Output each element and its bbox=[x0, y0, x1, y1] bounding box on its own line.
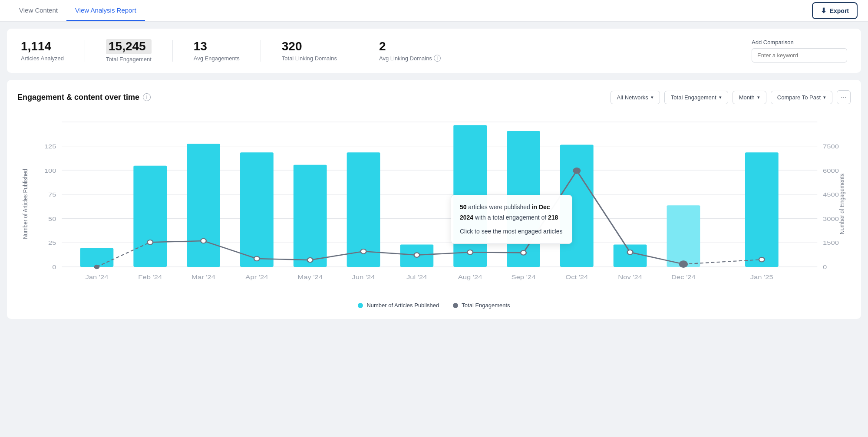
articles-analyzed-label: Articles Analyzed bbox=[21, 55, 64, 62]
top-navigation: View Content View Analysis Report ⬇ Expo… bbox=[0, 0, 868, 22]
chart-title: Engagement & content over time bbox=[17, 93, 139, 102]
bar-nov24[interactable] bbox=[614, 244, 647, 266]
metric-avg-engagements: 13 Avg Engagements bbox=[194, 40, 261, 62]
svg-text:Nov '24: Nov '24 bbox=[618, 274, 642, 280]
metric-articles-analyzed: 1,114 Articles Analyzed bbox=[21, 40, 85, 62]
metric-total-linking: 320 Total Linking Domains bbox=[282, 40, 358, 62]
chart-header: Engagement & content over time i All Net… bbox=[17, 90, 851, 104]
engagement-chevron-icon: ▾ bbox=[719, 95, 722, 100]
datapoint-jun24 bbox=[361, 249, 366, 254]
datapoint-jan25 bbox=[759, 257, 765, 262]
metric-divider-4 bbox=[358, 40, 358, 62]
bar-feb24[interactable] bbox=[133, 166, 167, 267]
bar-jan24[interactable] bbox=[80, 248, 114, 267]
metric-divider-1 bbox=[85, 40, 85, 62]
metric-total-engagement: 15,245 Total Engagement bbox=[106, 39, 172, 62]
svg-text:100: 100 bbox=[44, 167, 56, 174]
more-options-button[interactable]: ··· bbox=[837, 90, 851, 104]
nav-tabs: View Content View Analysis Report bbox=[10, 0, 145, 21]
keyword-input[interactable] bbox=[752, 48, 847, 62]
filter-month-button[interactable]: Month ▾ bbox=[733, 91, 766, 104]
datapoint-aug24 bbox=[467, 250, 473, 255]
bar-apr24[interactable] bbox=[240, 152, 274, 267]
datapoint-jul24 bbox=[414, 253, 419, 257]
legend-engagements-dot bbox=[453, 303, 458, 308]
datapoint-feb24 bbox=[147, 240, 153, 245]
svg-text:3000: 3000 bbox=[823, 215, 839, 222]
svg-text:Feb '24: Feb '24 bbox=[138, 274, 162, 280]
svg-text:4500: 4500 bbox=[823, 191, 839, 198]
svg-text:Oct '24: Oct '24 bbox=[565, 274, 588, 280]
add-comparison-section: Add Comparison bbox=[752, 39, 847, 62]
avg-engagements-value: 13 bbox=[194, 40, 240, 53]
chart-legend: Number of Articles Published Total Engag… bbox=[17, 302, 851, 309]
filter-networks-button[interactable]: All Networks ▾ bbox=[611, 91, 660, 104]
datapoint-may24 bbox=[307, 258, 313, 263]
svg-text:Sep '24: Sep '24 bbox=[512, 274, 536, 280]
bar-jan25[interactable] bbox=[745, 152, 779, 267]
filter-compare-button[interactable]: Compare To Past ▾ bbox=[771, 91, 832, 104]
bar-sep24[interactable] bbox=[507, 131, 540, 267]
total-engagement-value: 15,245 bbox=[106, 39, 152, 54]
svg-text:6000: 6000 bbox=[823, 167, 839, 174]
avg-linking-label: Avg Linking Domains i bbox=[379, 55, 441, 62]
total-linking-value: 320 bbox=[282, 40, 337, 53]
add-comparison-label: Add Comparison bbox=[752, 39, 847, 46]
datapoint-jan24 bbox=[94, 265, 100, 269]
svg-text:Dec '24: Dec '24 bbox=[671, 274, 696, 280]
svg-text:Aug '24: Aug '24 bbox=[458, 274, 482, 280]
bar-may24[interactable] bbox=[294, 165, 327, 267]
avg-linking-info-icon[interactable]: i bbox=[434, 55, 441, 62]
compare-chevron-icon: ▾ bbox=[823, 95, 826, 100]
datapoint-apr24 bbox=[254, 256, 260, 261]
bar-dec24[interactable] bbox=[667, 205, 700, 267]
bar-mar24[interactable] bbox=[187, 144, 220, 267]
svg-text:0: 0 bbox=[823, 264, 827, 270]
svg-text:1500: 1500 bbox=[823, 240, 839, 246]
svg-text:May '24: May '24 bbox=[297, 274, 323, 280]
svg-text:Number of Articles Published: Number of Articles Published bbox=[21, 169, 29, 239]
svg-text:7500: 7500 bbox=[823, 143, 839, 149]
avg-linking-value: 2 bbox=[379, 40, 441, 53]
legend-articles-dot bbox=[358, 303, 363, 308]
chart-info-icon[interactable]: i bbox=[143, 93, 151, 101]
svg-text:Jan '25: Jan '25 bbox=[750, 274, 773, 280]
svg-text:Mar '24: Mar '24 bbox=[191, 274, 215, 280]
svg-text:Jun '24: Jun '24 bbox=[352, 274, 375, 280]
metric-divider-3 bbox=[261, 40, 261, 62]
total-engagement-label: Total Engagement bbox=[106, 56, 152, 62]
chart-card: Engagement & content over time i All Net… bbox=[7, 80, 861, 319]
total-linking-label: Total Linking Domains bbox=[282, 55, 337, 62]
datapoint-nov24 bbox=[627, 250, 633, 255]
svg-text:Jul '24: Jul '24 bbox=[406, 274, 427, 280]
svg-text:25: 25 bbox=[48, 240, 56, 246]
svg-text:Apr '24: Apr '24 bbox=[245, 274, 268, 280]
datapoint-sep24 bbox=[521, 250, 526, 255]
svg-text:Jan '24: Jan '24 bbox=[85, 274, 109, 280]
bar-oct24[interactable] bbox=[560, 145, 594, 267]
legend-articles: Number of Articles Published bbox=[358, 302, 439, 309]
legend-engagements: Total Engagements bbox=[453, 302, 510, 309]
metric-avg-linking: 2 Avg Linking Domains i bbox=[379, 40, 462, 62]
svg-text:125: 125 bbox=[44, 143, 56, 149]
metric-divider-2 bbox=[172, 40, 173, 62]
export-button[interactable]: ⬇ Export bbox=[812, 2, 858, 19]
tab-view-content[interactable]: View Content bbox=[10, 0, 66, 21]
tab-view-analysis[interactable]: View Analysis Report bbox=[66, 0, 145, 21]
networks-chevron-icon: ▾ bbox=[651, 95, 653, 100]
filter-engagement-button[interactable]: Total Engagement ▾ bbox=[664, 91, 728, 104]
svg-text:Number of Engagements: Number of Engagements bbox=[838, 174, 845, 234]
download-icon: ⬇ bbox=[821, 7, 826, 15]
month-chevron-icon: ▾ bbox=[757, 95, 760, 100]
chart-title-area: Engagement & content over time i bbox=[17, 93, 151, 102]
svg-text:0: 0 bbox=[52, 264, 56, 270]
avg-engagements-label: Avg Engagements bbox=[194, 55, 240, 62]
datapoint-oct24 bbox=[573, 168, 581, 174]
chart-controls: All Networks ▾ Total Engagement ▾ Month … bbox=[611, 90, 851, 104]
datapoint-dec24[interactable] bbox=[679, 260, 688, 268]
datapoint-mar24 bbox=[201, 239, 206, 243]
svg-text:75: 75 bbox=[48, 191, 56, 198]
bar-aug24[interactable] bbox=[453, 125, 487, 267]
svg-text:50: 50 bbox=[48, 215, 56, 222]
metrics-card: 1,114 Articles Analyzed 15,245 Total Eng… bbox=[7, 29, 861, 73]
